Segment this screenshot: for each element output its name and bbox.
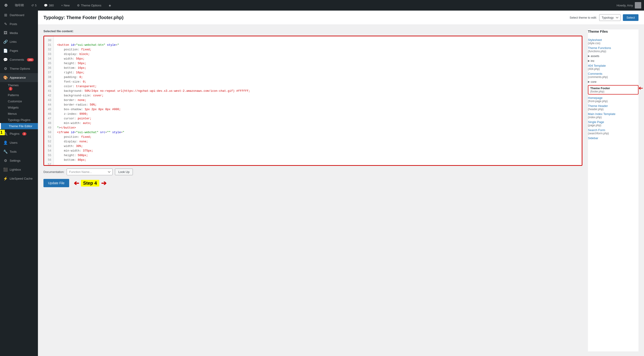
sidebar-item-tools[interactable]: 🔧 Tools xyxy=(0,147,38,156)
user-avatar xyxy=(635,2,641,9)
code-content-area[interactable]: <button id="sui-webchat-btn" style=" pos… xyxy=(54,36,582,165)
sidebar-item-theme-options[interactable]: ⚙ Theme Options xyxy=(0,64,38,73)
file-theme-footer[interactable]: Theme Footer (footer.php) xyxy=(588,85,638,95)
comments-count: 380 xyxy=(49,4,54,7)
lookup-button[interactable]: Look Up xyxy=(115,169,133,175)
sidebar-item-lightbox[interactable]: ⬛ Lightbox xyxy=(0,165,38,174)
admin-sidebar: ⊞ Dashboard ✎ Posts 🖼 Media 🔗 Links 📄 Pa… xyxy=(0,11,38,356)
sidebar-item-appearance[interactable]: 🎨 Appearance xyxy=(0,73,38,82)
comments-link[interactable]: 💬 380 xyxy=(42,0,56,11)
select-theme-label: Select theme to edit: xyxy=(570,16,597,19)
comments-sidebar-icon: 💬 xyxy=(3,58,8,62)
sidebar-item-pages[interactable]: 📄 Pages xyxy=(0,46,38,55)
sidebar-item-widgets[interactable]: Widgets xyxy=(0,104,38,111)
sidebar-label-pages: Pages xyxy=(10,49,18,53)
new-label: + New xyxy=(61,4,70,7)
sidebar-item-patterns[interactable]: Patterns xyxy=(0,92,38,98)
sidebar-item-plugins[interactable]: 🔌 Plugins 3 xyxy=(0,129,38,138)
new-content-link[interactable]: + New xyxy=(59,0,72,11)
diamond-icon: ◈ xyxy=(109,4,111,7)
sidebar-item-settings[interactable]: ⚙ Settings xyxy=(0,156,38,165)
documentation-label: Documentation: xyxy=(44,170,64,174)
appearance-icon: 🎨 xyxy=(3,76,8,80)
page-title: Typology: Theme Footer (footer.php) xyxy=(44,15,124,20)
select-theme-button[interactable]: Select xyxy=(623,14,638,21)
sidebar-item-menus[interactable]: Menus xyxy=(0,111,38,117)
folder-assets[interactable]: ▶ assets xyxy=(588,54,638,58)
sidebar-label-links: Links xyxy=(10,40,16,44)
sidebar-label-theme-options: Theme Options xyxy=(10,67,30,70)
function-name-select[interactable]: Function Name... xyxy=(67,169,112,175)
code-editor-wrapper: 30 31 32 33 34 35 36 37 38 39 40 41 xyxy=(44,36,582,166)
documentation-row: Documentation: Function Name... Look Up xyxy=(44,169,582,175)
sidebar-label-dashboard: Dashboard xyxy=(10,13,24,17)
file-theme-functions[interactable]: Theme Functions (functions.php) xyxy=(588,46,638,54)
file-stylesheet[interactable]: Stylesheet (style.css) xyxy=(588,38,638,46)
sidebar-item-users[interactable]: 👤 Users xyxy=(0,138,38,147)
site-name-link[interactable]: 咖啡鄉 xyxy=(13,0,26,11)
sidebar-item-customize[interactable]: Customize xyxy=(0,98,38,104)
file-comments[interactable]: Comments (comments.php) xyxy=(588,71,638,79)
page-header: Typology: Theme Footer (footer.php) Sele… xyxy=(38,11,644,25)
sidebar-label-users: Users xyxy=(10,141,18,144)
settings-icon: ⚙ xyxy=(3,158,8,163)
sidebar-item-posts[interactable]: ✎ Posts xyxy=(0,20,38,29)
folder-core[interactable]: ▶ core xyxy=(588,79,638,84)
updates-icon: ↺ xyxy=(31,4,34,7)
sidebar-label-media: Media xyxy=(10,31,18,35)
line-numbers: 30 31 32 33 34 35 36 37 38 39 40 41 xyxy=(44,36,54,165)
sidebar-label-tools: Tools xyxy=(10,150,16,153)
diamond-icon-link[interactable]: ◈ xyxy=(107,0,113,11)
pages-icon: 📄 xyxy=(3,49,8,53)
code-editor[interactable]: 30 31 32 33 34 35 36 37 38 39 40 41 xyxy=(44,36,582,165)
step2-arrow: ➔ xyxy=(638,85,643,92)
users-icon: 👤 xyxy=(3,141,8,145)
posts-icon: ✎ xyxy=(3,22,8,26)
step3-area: ➔ Step 3 xyxy=(581,143,582,151)
wp-logo-icon: 🅦 xyxy=(4,4,8,7)
file-main-index[interactable]: Main Index Template (index.php) xyxy=(588,112,638,120)
folder-arrow-core: ▶ xyxy=(588,80,590,83)
updates-count: 5 xyxy=(35,4,36,7)
theme-files-heading: Theme Files xyxy=(588,30,638,35)
active-file-area: Theme Footer (footer.php) Step 2 ➔ xyxy=(588,85,638,95)
sidebar-item-litespeed[interactable]: ⚡ LiteSpeed Cache xyxy=(0,174,38,183)
sidebar-item-links[interactable]: 🔗 Links xyxy=(0,37,38,46)
updates-link[interactable]: ↺ 5 xyxy=(30,0,38,11)
theme-select[interactable]: Typology xyxy=(599,14,620,21)
file-sidebar[interactable]: Sidebar xyxy=(588,136,638,141)
tools-icon: 🔧 xyxy=(3,150,8,154)
selected-file-label: Selected file content: xyxy=(44,30,582,33)
sidebar-label-posts: Posts xyxy=(10,22,17,26)
site-name: 咖啡鄉 xyxy=(15,3,24,7)
sidebar-label-appearance: Appearance xyxy=(10,76,26,79)
comments-icon: 💬 xyxy=(44,4,48,7)
file-homepage[interactable]: Homepage (front-page.php) xyxy=(588,95,638,104)
gear-icon: ⚙ xyxy=(77,4,80,7)
folder-inc[interactable]: ▶ inc xyxy=(588,58,638,63)
sidebar-item-themes[interactable]: Themes 1 xyxy=(0,82,38,92)
file-404-template[interactable]: 404 Template (404.php) xyxy=(588,63,638,71)
file-theme-header[interactable]: Theme Header (header.php) xyxy=(588,104,638,112)
sidebar-item-theme-file-editor[interactable]: Theme File Editor ➔ Step 1 xyxy=(0,123,38,129)
comments-badge: 380 xyxy=(27,58,34,61)
litespeed-icon: ⚡ xyxy=(3,176,8,181)
update-row: Update File ➔ Step 4 ➔ xyxy=(44,179,582,187)
folder-arrow-assets: ▶ xyxy=(588,55,590,58)
sidebar-label-plugins: Plugins xyxy=(10,132,20,135)
folder-arrow-inc: ▶ xyxy=(588,59,590,62)
wp-logo-link[interactable]: 🅦 xyxy=(3,0,10,11)
sidebar-label-settings: Settings xyxy=(10,159,20,162)
update-file-button[interactable]: Update File xyxy=(44,179,69,187)
sidebar-item-typology-plugins[interactable]: Typology Plugins xyxy=(0,117,38,123)
sidebar-label-lightbox: Lightbox xyxy=(10,168,21,171)
admin-bar-right: Howdy, Amy xyxy=(617,2,641,9)
sidebar-item-comments[interactable]: 💬 Comments 380 xyxy=(0,55,38,64)
step4-badge: Step 4 xyxy=(81,180,99,187)
file-single-page[interactable]: Single Page (page.php) xyxy=(588,120,638,128)
theme-options-adminbar-link[interactable]: ⚙ Theme Options xyxy=(75,0,103,11)
links-icon: 🔗 xyxy=(3,40,8,44)
file-search-form[interactable]: Search Form (searchform.php) xyxy=(588,128,638,136)
sidebar-item-dashboard[interactable]: ⊞ Dashboard xyxy=(0,11,38,20)
sidebar-item-media[interactable]: 🖼 Media xyxy=(0,29,38,37)
